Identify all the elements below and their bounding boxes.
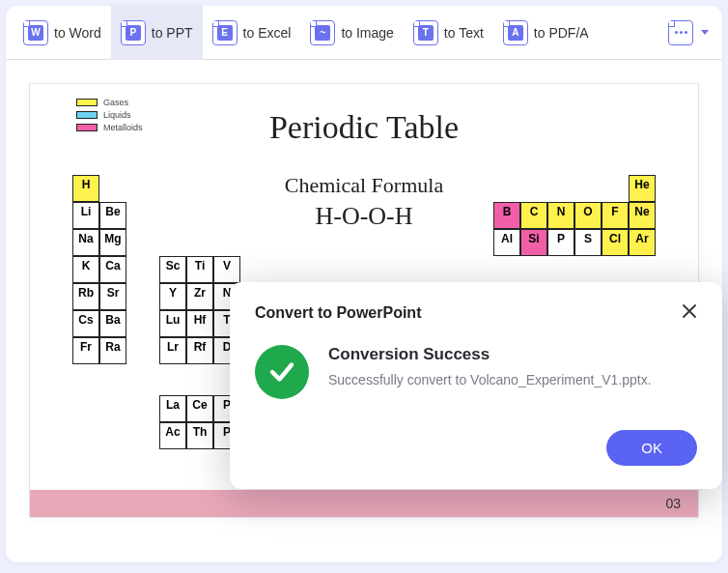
to-excel-button[interactable]: E to Excel <box>203 6 301 60</box>
more-icon <box>668 20 693 45</box>
element-cell: B <box>493 202 520 229</box>
element-cell: Mg <box>99 229 126 256</box>
conversion-toolbar: W to Word P to PPT E to Excel ~ to Image… <box>6 6 722 60</box>
element-cell: N <box>547 202 574 229</box>
element-cell: Ba <box>99 310 126 337</box>
dialog-sub-text: Successfully convert to Volcano_Experime… <box>328 372 652 387</box>
close-button[interactable] <box>682 303 697 322</box>
element-cell: Na <box>72 229 99 256</box>
element-cell: Ar <box>629 229 656 256</box>
element-cell: Ra <box>99 337 126 364</box>
element-cell: O <box>574 202 602 229</box>
element-cell: Lu <box>159 310 186 337</box>
tool-label: to PDF/A <box>534 25 589 41</box>
tool-label: to Text <box>444 25 484 41</box>
element-cell: Ac <box>159 422 186 449</box>
tool-label: to Excel <box>243 25 292 41</box>
chevron-down-icon <box>701 30 709 35</box>
element-cell: Li <box>72 202 99 229</box>
excel-icon: E <box>212 20 238 45</box>
element-cell: Th <box>186 422 213 449</box>
element-cell: Cl <box>602 229 629 256</box>
to-text-button[interactable]: T to Text <box>404 6 493 60</box>
element-cell: Ti <box>186 256 213 283</box>
pdfa-icon: A <box>503 20 528 45</box>
element-cell: Lr <box>159 337 186 364</box>
element-cell: Si <box>520 229 547 256</box>
success-check-icon <box>255 345 309 399</box>
to-pdfa-button[interactable]: A to PDF/A <box>493 6 599 60</box>
element-cell: Rf <box>186 337 213 364</box>
element-cell: Sr <box>99 283 126 310</box>
element-cell: K <box>72 256 99 283</box>
to-image-button[interactable]: ~ to Image <box>300 6 403 60</box>
element-cell: S <box>574 229 602 256</box>
word-icon: W <box>23 20 48 45</box>
element-cell: Fr <box>72 337 99 364</box>
element-cell: Hf <box>186 310 213 337</box>
element-cell: C <box>520 202 547 229</box>
element-cell: La <box>159 395 186 422</box>
element-cell: P <box>547 229 574 256</box>
element-cell: Rb <box>72 283 99 310</box>
tool-label: to Image <box>341 25 393 41</box>
to-ppt-button[interactable]: P to PPT <box>111 6 203 60</box>
element-cell: F <box>602 202 629 229</box>
element-cell: Ne <box>629 202 656 229</box>
element-cell: Ca <box>99 256 126 283</box>
dialog-title: Convert to PowerPoint <box>255 304 421 322</box>
page-title: Periodic Table <box>30 109 698 146</box>
periodic-grid-left: HLiBeNaMgKCaRbSrCsBaFrRa <box>72 175 126 364</box>
element-cell: Y <box>159 283 186 310</box>
more-tools-button[interactable] <box>662 6 714 60</box>
element-cell: Cs <box>72 310 99 337</box>
legend-label: Gases <box>103 98 128 107</box>
text-icon: T <box>413 20 438 45</box>
periodic-grid-right: HeBCNOFNeAlSiPSClAr <box>493 175 656 256</box>
element-cell: Be <box>99 202 126 229</box>
tool-label: to Word <box>54 25 101 41</box>
element-cell: V <box>213 256 240 283</box>
convert-success-dialog: Convert to PowerPoint Conversion Success… <box>230 282 722 489</box>
ppt-icon: P <box>121 20 146 45</box>
element-cell: Ce <box>186 395 213 422</box>
element-cell: Zr <box>186 283 213 310</box>
close-icon <box>682 303 697 319</box>
image-icon: ~ <box>310 20 335 45</box>
tool-label: to PPT <box>152 25 193 41</box>
element-cell: H <box>72 175 99 202</box>
element-cell: He <box>629 175 656 202</box>
page-number-footer: 03 <box>30 490 698 517</box>
element-cell: Al <box>493 229 520 256</box>
element-cell: Sc <box>159 256 186 283</box>
to-word-button[interactable]: W to Word <box>14 6 111 60</box>
dialog-main-text: Conversion Success <box>328 345 652 364</box>
ok-button[interactable]: OK <box>606 430 697 466</box>
